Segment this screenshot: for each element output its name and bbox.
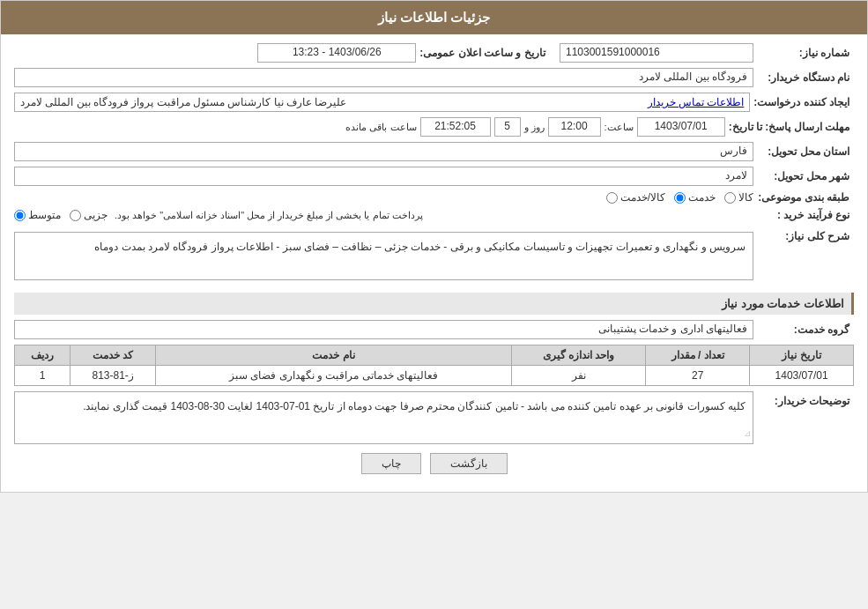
purchase-type-row: نوع فرآیند خرید : متوسط جزیی پرداخت تمام… [14,209,854,221]
description-row: شرح کلی نیاز: سرویس و نگهداری و تعمیرات … [14,227,854,286]
category-radio-3[interactable] [606,192,618,204]
category-option-1[interactable]: کالا [724,191,753,204]
service-group-value: فعالیتهای اداری و خدمات پشتیبانی [14,320,753,339]
category-label-1: کالا [738,191,753,204]
purchase-type-option-1[interactable]: جزیی [70,209,108,221]
print-button[interactable]: چاپ [361,453,421,474]
cell-unit: نفر [511,366,646,386]
announce-value: 1403/06/26 - 13:23 [257,43,416,63]
buyer-org-label: نام دستگاه خریدار: [757,71,854,84]
buyer-desc-row: توضیحات خریدار: کلیه کسورات قانونی بر عه… [14,391,854,444]
purchase-type-option-2[interactable]: متوسط [14,209,61,221]
send-time-value: 12:00 [548,117,601,137]
category-option-3[interactable]: کالا/خدمت [606,191,665,204]
table-row: 1403/07/01 27 نفر فعالیتهای خدماتی مراقب… [15,366,854,386]
page-header: جزئیات اطلاعات نیاز [1,1,867,34]
need-number-value: 1103001591000016 [560,43,753,63]
cell-date: 1403/07/01 [750,366,854,386]
send-date-label: مهلت ارسال پاسخ: تا تاریخ: [729,121,854,133]
creator-name: علیرضا عارف نیا کارشناس مسئول مراقبت پرو… [20,96,346,108]
category-radio-1[interactable] [724,192,736,204]
resize-icon: ⊿ [744,426,751,442]
buyer-org-value: فرودگاه بین المللی لامرد [14,68,753,87]
cell-service-code: ز-81-813 [70,366,155,386]
content-area: شماره نیاز: 1103001591000016 تاریخ و ساع… [1,34,867,492]
cell-service-name: فعالیتهای خدماتی مراقبت و نگهداری فضای س… [156,366,511,386]
buyer-org-row: نام دستگاه خریدار: فرودگاه بین المللی لا… [14,68,854,87]
category-radio-group: کالا/خدمت خدمت کالا [606,191,753,204]
col-service-code: کد خدمت [70,345,155,366]
purchase-type-radio-2[interactable] [14,210,26,221]
service-group-row: گروه خدمت: فعالیتهای اداری و خدمات پشتیب… [14,320,854,339]
announce-label: تاریخ و ساعت اعلان عمومی: [419,47,549,59]
col-quantity: تعداد / مقدار [646,345,750,366]
col-row-num: ردیف [15,345,70,366]
category-option-2[interactable]: خدمت [674,191,716,204]
send-day-value: 5 [494,117,521,137]
service-group-label: گروه خدمت: [757,323,854,336]
col-date: تاریخ نیاز [750,345,854,366]
creator-row: ایجاد کننده درخواست: اطلاعات تماس خریدار… [14,93,854,112]
purchase-type-label: نوع فرآیند خرید : [757,209,854,221]
category-row: طبقه بندی موضوعی: کالا/خدمت خدمت کالا [14,191,854,204]
province-label: استان محل تحویل: [757,145,854,158]
send-remaining-value: 21:52:05 [420,117,491,137]
purchase-type-note: پرداخت تمام یا بخشی از مبلغ خریدار از مح… [115,210,423,221]
category-label-3: کالا/خدمت [620,191,665,204]
city-row: شهر محل تحویل: لامرد [14,167,854,186]
buyer-desc-value: کلیه کسورات قانونی بر عهده تامین کننده م… [14,391,753,444]
col-unit: واحد اندازه گیری [511,345,646,366]
send-date-value: 1403/07/01 [637,117,725,137]
purchase-type-radio-group: متوسط جزیی [14,209,108,221]
buttons-row: بازگشت چاپ [14,453,854,474]
creator-contact-link[interactable]: اطلاعات تماس خریدار [648,96,745,108]
back-button[interactable]: بازگشت [430,453,508,474]
send-remaining-label: ساعت باقی مانده [345,122,416,133]
province-value: فارس [14,142,753,161]
purchase-type-radio-1[interactable] [70,210,81,221]
creator-label: ایجاد کننده درخواست: [753,96,854,108]
page-wrapper: جزئیات اطلاعات نیاز شماره نیاز: 11030015… [0,0,868,493]
need-number-label: شماره نیاز: [757,47,854,59]
description-label: شرح کلی نیاز: [757,227,854,242]
buyer-desc-text: کلیه کسورات قانونی بر عهده تامین کننده م… [83,400,746,412]
category-radio-2[interactable] [674,192,686,204]
items-table: تاریخ نیاز تعداد / مقدار واحد اندازه گیر… [14,345,854,386]
category-label: طبقه بندی موضوعی: [757,191,854,204]
city-label: شهر محل تحویل: [757,170,854,182]
send-day-label: روز و [524,122,545,133]
creator-value: اطلاعات تماس خریدار علیرضا عارف نیا کارش… [14,93,750,112]
category-label-2: خدمت [688,191,716,204]
cell-row-num: 1 [15,366,70,386]
description-value: سرویس و نگهداری و تعمیرات تجهیزات و تاسی… [14,232,753,280]
need-number-row: شماره نیاز: 1103001591000016 تاریخ و ساع… [14,43,854,63]
city-value: لامرد [14,167,753,186]
page-title: جزئیات اطلاعات نیاز [378,10,490,25]
services-section-title: اطلاعات خدمات مورد نیاز [14,293,854,315]
cell-quantity: 27 [646,366,750,386]
purchase-type-label-2: متوسط [28,209,61,221]
send-date-row: مهلت ارسال پاسخ: تا تاریخ: 1403/07/01 سا… [14,117,854,137]
province-row: استان محل تحویل: فارس [14,142,854,161]
col-service-name: نام خدمت [156,345,511,366]
send-time-label: ساعت: [605,122,634,133]
buyer-desc-label: توضیحات خریدار: [757,391,854,407]
purchase-type-label-1: جزیی [84,209,108,221]
